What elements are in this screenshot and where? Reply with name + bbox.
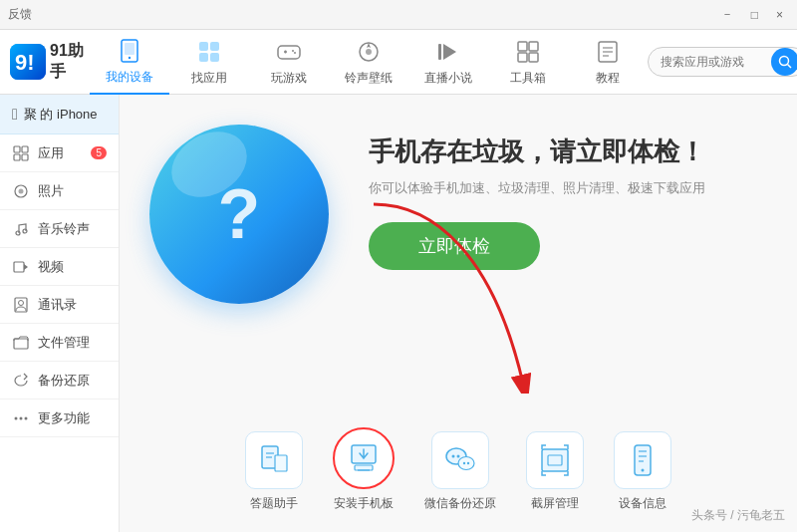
nav-item-tutorial[interactable]: 教程 bbox=[568, 30, 648, 95]
search-button[interactable] bbox=[771, 48, 797, 76]
nav-item-live-novel[interactable]: 直播小说 bbox=[408, 30, 488, 95]
svg-point-42 bbox=[15, 416, 18, 419]
logo-text: 91助手 bbox=[50, 41, 90, 83]
nav-label-ringtone: 铃声壁纸 bbox=[345, 70, 393, 87]
tools-icon bbox=[514, 38, 542, 66]
contacts-icon bbox=[12, 296, 30, 314]
music-icon bbox=[12, 220, 30, 238]
svg-point-12 bbox=[292, 50, 294, 52]
svg-point-40 bbox=[19, 300, 24, 305]
device-name: 聚 的 iPhone bbox=[24, 106, 98, 124]
sidebar-item-files[interactable]: 文件管理 bbox=[0, 324, 119, 362]
tutorial-icon bbox=[594, 38, 622, 66]
svg-point-63 bbox=[642, 469, 645, 472]
nav-label-find-app: 找应用 bbox=[191, 70, 227, 87]
svg-point-44 bbox=[25, 416, 28, 419]
right-text-content: 手机存在垃圾，请立即体检！ 你可以体验手机加速、垃圾清理、照片清理、极速下载应用… bbox=[369, 125, 777, 270]
svg-rect-7 bbox=[199, 53, 208, 62]
sidebar-item-video[interactable]: 视频 bbox=[0, 248, 119, 286]
svg-rect-18 bbox=[518, 42, 527, 51]
svg-rect-6 bbox=[210, 42, 219, 51]
files-icon bbox=[12, 334, 30, 352]
backup-icon bbox=[12, 372, 30, 390]
nav-item-ringtone[interactable]: 铃声壁纸 bbox=[329, 30, 408, 95]
question-mark: ? bbox=[218, 174, 261, 254]
logo-icon: 9! bbox=[10, 44, 46, 80]
svg-point-13 bbox=[294, 52, 296, 54]
minimize-button[interactable]: － bbox=[715, 4, 739, 25]
close-button[interactable]: × bbox=[770, 6, 789, 24]
screenshot-icon-box bbox=[526, 431, 584, 489]
ringtone-icon bbox=[355, 38, 383, 66]
sidebar-item-more[interactable]: 更多功能 bbox=[0, 399, 119, 437]
sidebar-item-backup[interactable]: 备份还原 bbox=[0, 362, 119, 399]
photos-label: 照片 bbox=[38, 182, 64, 200]
assistant-label: 答题助手 bbox=[250, 495, 298, 512]
install-icon-box bbox=[333, 427, 395, 489]
svg-point-54 bbox=[458, 457, 474, 470]
logo: 9! 91助手 bbox=[10, 41, 90, 83]
svg-marker-16 bbox=[443, 44, 456, 60]
nav-label-tutorial: 教程 bbox=[596, 70, 620, 87]
bottom-icon-assistant[interactable]: 答题助手 bbox=[245, 431, 303, 512]
title-bar: 反馈 － □ × bbox=[0, 0, 797, 30]
apps-label: 应用 bbox=[38, 144, 64, 162]
apps-badge: 5 bbox=[91, 146, 107, 159]
sidebar-item-contacts[interactable]: 通讯录 bbox=[0, 286, 119, 324]
nav-item-find-app[interactable]: 找应用 bbox=[169, 30, 249, 95]
nav-label-tools: 工具箱 bbox=[510, 70, 546, 87]
sidebar-device:  聚 的 iPhone bbox=[0, 95, 119, 134]
feedback-link[interactable]: 反馈 bbox=[8, 6, 32, 23]
my-device-icon bbox=[116, 37, 143, 65]
svg-line-27 bbox=[788, 65, 792, 69]
apps-icon bbox=[12, 144, 30, 162]
apple-icon:  bbox=[12, 106, 18, 124]
svg-point-56 bbox=[467, 462, 469, 464]
svg-point-34 bbox=[19, 188, 24, 193]
maximize-button[interactable]: □ bbox=[745, 6, 764, 24]
nav-item-my-device[interactable]: 我的设备 bbox=[90, 30, 169, 95]
bottom-icon-install[interactable]: 安装手机板 bbox=[333, 427, 395, 512]
nav-item-play-game[interactable]: 玩游戏 bbox=[249, 30, 329, 95]
svg-rect-57 bbox=[542, 449, 568, 471]
svg-rect-3 bbox=[125, 43, 134, 55]
svg-marker-38 bbox=[24, 264, 28, 270]
svg-rect-29 bbox=[14, 146, 20, 152]
svg-rect-17 bbox=[438, 44, 441, 60]
svg-text:9!: 9! bbox=[15, 50, 35, 75]
svg-point-52 bbox=[452, 455, 455, 458]
sidebar-item-photos[interactable]: 照片 bbox=[0, 172, 119, 210]
main-subtitle: 你可以体验手机加速、垃圾清理、照片清理、极速下载应用 bbox=[369, 179, 777, 197]
check-button[interactable]: 立即体检 bbox=[369, 222, 540, 270]
contacts-label: 通讯录 bbox=[38, 296, 77, 314]
sidebar-item-music[interactable]: 音乐铃声 bbox=[0, 210, 119, 248]
svg-rect-32 bbox=[22, 154, 28, 160]
nav-label-my-device: 我的设备 bbox=[106, 69, 153, 86]
content-area: ? 手机存在垃圾，请立即体检！ 你可以体验手机加速、垃圾清理、照片清理、极速下载… bbox=[120, 95, 797, 532]
backup-label: 备份还原 bbox=[38, 372, 90, 390]
video-icon bbox=[12, 258, 30, 276]
svg-rect-20 bbox=[518, 53, 527, 62]
assistant-icon-box bbox=[245, 431, 303, 489]
nav-label-play-game: 玩游戏 bbox=[271, 70, 307, 87]
svg-rect-41 bbox=[14, 339, 28, 349]
sidebar-item-apps[interactable]: 应用 5 bbox=[0, 134, 119, 172]
bottom-icon-screenshot[interactable]: 截屏管理 bbox=[526, 431, 584, 512]
wechat-icon-box bbox=[431, 431, 489, 489]
more-label: 更多功能 bbox=[38, 409, 90, 427]
sidebar:  聚 的 iPhone 应用 5 bbox=[0, 95, 120, 532]
bottom-icon-device-info[interactable]: 设备信息 bbox=[614, 431, 671, 512]
svg-point-26 bbox=[780, 57, 789, 66]
photos-icon bbox=[12, 182, 30, 200]
phone-circle: ? bbox=[149, 125, 329, 304]
top-nav: 9! 91助手 我的设备 bbox=[0, 30, 797, 95]
device-info-icon-box bbox=[614, 431, 671, 489]
video-label: 视频 bbox=[38, 258, 64, 276]
play-game-icon bbox=[275, 38, 303, 66]
install-label: 安装手机板 bbox=[334, 495, 394, 512]
svg-rect-31 bbox=[14, 154, 20, 160]
svg-point-43 bbox=[20, 416, 23, 419]
svg-rect-8 bbox=[210, 53, 219, 62]
bottom-icon-wechat[interactable]: 微信备份还原 bbox=[424, 431, 496, 512]
nav-item-tools[interactable]: 工具箱 bbox=[488, 30, 568, 95]
